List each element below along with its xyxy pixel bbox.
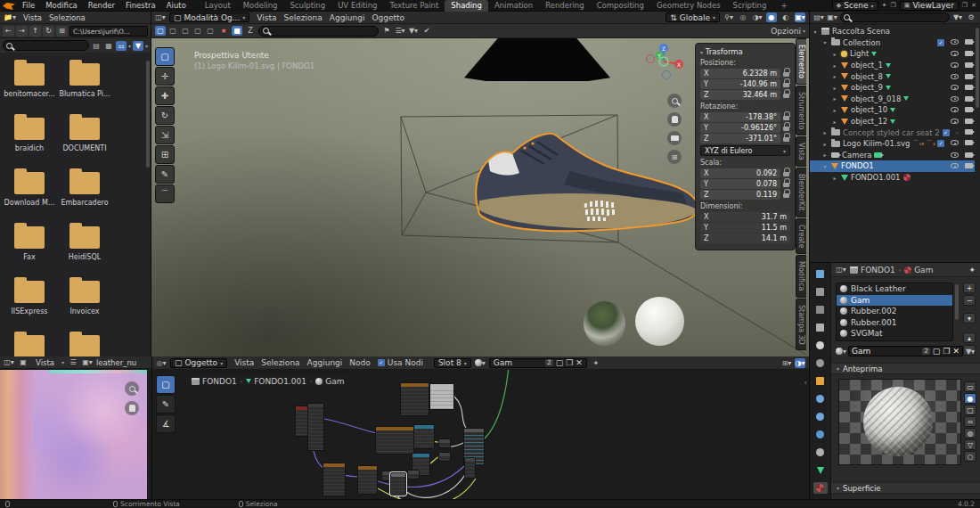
add-workspace-button[interactable]: + bbox=[774, 0, 793, 12]
display-list-icon[interactable]: ▤ bbox=[91, 41, 102, 51]
editor-type-icon[interactable]: ◫▾ bbox=[4, 357, 14, 367]
hide-eye-icon[interactable] bbox=[951, 74, 959, 79]
bookmark-icon[interactable]: ⚑ bbox=[381, 26, 392, 36]
disable-render-icon[interactable] bbox=[965, 163, 973, 168]
shader-node[interactable] bbox=[413, 424, 435, 449]
outliner-search-input[interactable] bbox=[840, 12, 950, 22]
folder-item[interactable]: Fax bbox=[4, 221, 55, 275]
filter-icon[interactable]: ▼ bbox=[133, 41, 143, 51]
lock-icon[interactable] bbox=[783, 92, 790, 98]
folder-item[interactable]: IISExpress bbox=[4, 275, 55, 330]
disable-render-icon[interactable] bbox=[965, 62, 973, 68]
snap-magnet-icon[interactable]: ⚲▾ bbox=[723, 12, 734, 22]
menu-aiuto[interactable]: Aiuto bbox=[161, 1, 192, 10]
vp-menu-oggetto[interactable]: Oggetto bbox=[369, 13, 409, 22]
navigation-gizmo[interactable]: Z X Y bbox=[643, 41, 684, 82]
lock-icon[interactable] bbox=[783, 170, 790, 176]
ne-menu-vista[interactable]: Vista bbox=[231, 358, 257, 367]
proportional-edit-icon[interactable]: ◎ bbox=[738, 12, 748, 22]
properties-tab-material[interactable] bbox=[813, 482, 828, 494]
hide-eye-icon[interactable] bbox=[951, 163, 959, 168]
move-tool[interactable]: ✚ bbox=[155, 86, 175, 105]
fb-menu-seleziona[interactable]: Seleziona bbox=[45, 13, 89, 22]
lock-icon[interactable] bbox=[783, 135, 790, 142]
hierarchy-icon[interactable]: ☰▾ bbox=[395, 26, 405, 36]
collection-checkbox[interactable]: ✓ bbox=[937, 140, 944, 147]
hide-eye-icon[interactable] bbox=[951, 119, 959, 124]
display-detail-icon[interactable]: ▦ bbox=[103, 41, 114, 51]
expand-icon[interactable]: ▸ bbox=[821, 141, 829, 147]
shader-node[interactable] bbox=[295, 406, 308, 437]
hide-eye-icon[interactable] bbox=[951, 152, 959, 158]
folder-item[interactable]: Invoicex bbox=[59, 275, 110, 330]
annotate-tool[interactable]: ✎ bbox=[155, 165, 175, 184]
expand-icon[interactable]: ▸ bbox=[831, 51, 838, 57]
select-mode-icon-3[interactable]: ▢ bbox=[192, 26, 203, 36]
image-pan-button[interactable] bbox=[125, 401, 139, 415]
orientation-selector[interactable]: ⇅ Globale▾ bbox=[666, 12, 720, 22]
overlay-icon[interactable]: ◑▾ bbox=[795, 358, 805, 368]
folder-item[interactable]: Blumatica Pi... bbox=[59, 58, 110, 112]
outliner-row[interactable]: ▸FONDO1.001 bbox=[810, 172, 975, 184]
disable-render-icon[interactable] bbox=[965, 39, 973, 45]
disable-render-icon[interactable] bbox=[965, 152, 973, 158]
value-field-y[interactable]: Y0.078 bbox=[700, 179, 780, 189]
expand-icon[interactable]: ▾ bbox=[812, 29, 819, 35]
transform-tool[interactable]: ⊞ bbox=[155, 145, 175, 164]
ne-menu-aggiungi[interactable]: Aggiungi bbox=[304, 358, 347, 367]
outliner-row[interactable]: ▸object_9_018 bbox=[810, 94, 975, 105]
value-field-x[interactable]: X0.092 bbox=[700, 168, 780, 178]
outliner-scene-icon[interactable]: ▣▾ bbox=[827, 12, 837, 22]
preview-section-header[interactable]: ▾Anteprima bbox=[831, 363, 980, 374]
shader-node[interactable] bbox=[357, 465, 378, 495]
workspace-tab-layout[interactable]: Layout bbox=[199, 0, 237, 12]
disable-render-icon[interactable] bbox=[965, 74, 973, 79]
orthographic-toggle-button[interactable]: ⊞ bbox=[667, 150, 682, 164]
rotate-tool[interactable]: ↻ bbox=[155, 106, 175, 125]
shader-node[interactable] bbox=[390, 472, 406, 496]
disable-render-icon[interactable] bbox=[965, 129, 973, 135]
new-material-icon[interactable]: ❐ bbox=[943, 347, 950, 356]
properties-tab-tool[interactable] bbox=[813, 268, 828, 280]
menu-hamburger-icon[interactable]: ☰ bbox=[68, 357, 78, 367]
expand-icon[interactable]: ▾ bbox=[821, 163, 829, 169]
shader-node[interactable] bbox=[464, 457, 476, 479]
cursor-tool[interactable]: ✛ bbox=[155, 67, 175, 86]
sort-icon[interactable]: Z bbox=[245, 26, 256, 36]
image-zoom-button[interactable] bbox=[125, 381, 139, 396]
outliner-row[interactable]: ▸Camera bbox=[810, 150, 975, 161]
expand-icon[interactable]: ▸ bbox=[821, 152, 829, 158]
mode-selector[interactable]: ▢ Modalità Og...▾ bbox=[169, 12, 249, 22]
folder-item[interactable]: braidich bbox=[4, 112, 55, 167]
unlink-icon[interactable]: ✕ bbox=[952, 347, 960, 356]
workspace-tab-shading[interactable]: Shading bbox=[445, 0, 488, 12]
outliner-row[interactable]: ▸Concept styled car seat 2✓– bbox=[810, 127, 975, 138]
new-folder-button[interactable]: ⊞ bbox=[56, 26, 68, 37]
image-browse-icon[interactable]: ▣▾ bbox=[82, 357, 93, 367]
slot-specials-button[interactable]: ▾ bbox=[963, 313, 976, 324]
sidebar-tab-stampa-3d[interactable]: Stampa 3D bbox=[796, 299, 806, 351]
material-slot[interactable]: SVGMat bbox=[837, 328, 952, 340]
material-slot[interactable]: Gam bbox=[837, 295, 952, 307]
add-slot-button[interactable]: + bbox=[963, 283, 976, 293]
expand-icon[interactable]: ▸ bbox=[831, 107, 838, 113]
lock-icon[interactable] bbox=[783, 181, 790, 187]
properties-tab-particles[interactable] bbox=[813, 411, 828, 422]
expand-icon[interactable]: ▾ bbox=[821, 39, 829, 45]
preview-hair-button[interactable]: ≈ bbox=[964, 416, 976, 427]
pin-icon[interactable]: ✦ bbox=[882, 2, 887, 9]
options-dropdown[interactable]: Opzioni bbox=[771, 27, 801, 36]
select-mode-icon-0[interactable]: ▢ bbox=[155, 26, 166, 36]
value-field-z[interactable]: Z14.1 m bbox=[700, 234, 790, 243]
shader-node[interactable] bbox=[375, 426, 414, 455]
disable-render-icon[interactable] bbox=[965, 140, 973, 145]
vp-menu-vista[interactable]: Vista bbox=[253, 13, 280, 22]
outliner-row[interactable]: ▾FONDO1 bbox=[810, 160, 975, 172]
disable-render-icon[interactable] bbox=[965, 96, 973, 102]
menu-file[interactable]: File bbox=[17, 1, 40, 10]
remove-slot-button[interactable]: − bbox=[963, 295, 976, 306]
material-browse-icon[interactable]: ▾ bbox=[836, 347, 846, 356]
rotation-mode-dropdown[interactable]: XYZ di Eulero▾ bbox=[700, 145, 790, 156]
value-field-y[interactable]: Y-140.96 m bbox=[700, 79, 780, 89]
fake-user-shield-icon[interactable]: ▢ bbox=[556, 358, 564, 367]
